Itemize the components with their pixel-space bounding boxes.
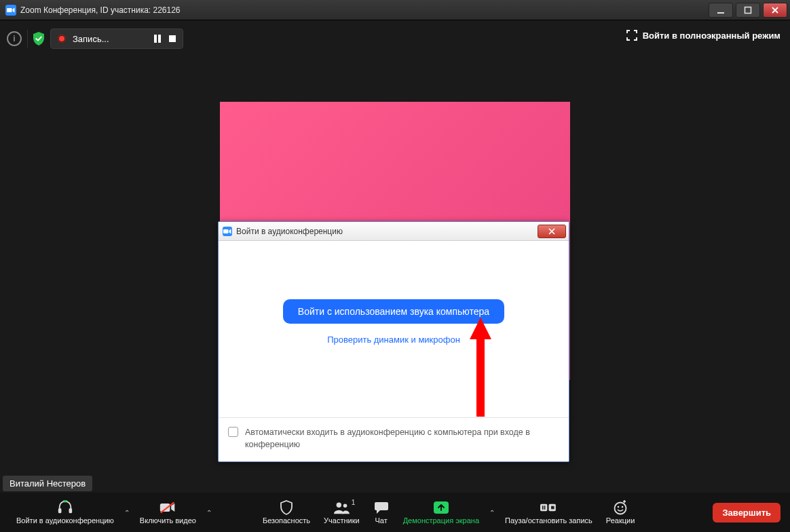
reactions-icon: [612, 500, 628, 515]
svg-rect-1: [717, 12, 724, 14]
minimize-button[interactable]: [709, 3, 733, 18]
fullscreen-icon: [626, 30, 637, 41]
audio-menu-caret[interactable]: ⌃: [121, 499, 133, 526]
svg-rect-15: [551, 506, 554, 510]
svg-rect-3: [223, 229, 229, 233]
close-icon: [548, 228, 556, 235]
video-off-icon: [159, 500, 176, 515]
participants-button[interactable]: 1 Участники: [317, 499, 366, 526]
svg-rect-4: [58, 508, 62, 513]
share-menu-caret[interactable]: ⌃: [486, 499, 498, 526]
window-titlebar: Zoom Конференция, ID участника: 226126: [0, 0, 790, 20]
join-audio-label: Войти в аудиоконференцию: [16, 516, 114, 525]
encryption-shield-icon[interactable]: [27, 30, 45, 48]
auto-join-audio-checkbox[interactable]: [228, 427, 238, 437]
recording-dot-icon: [58, 35, 66, 43]
security-label: Безопасность: [263, 516, 310, 525]
enter-fullscreen-button[interactable]: Войти в полноэкранный режим: [626, 30, 780, 41]
svg-point-8: [337, 503, 341, 508]
close-icon: [771, 6, 779, 14]
end-meeting-button[interactable]: Завершить: [713, 503, 780, 522]
recording-pause-button[interactable]: [154, 35, 162, 43]
chat-icon: [373, 500, 390, 515]
svg-point-9: [343, 504, 347, 508]
window-title: Zoom Конференция, ID участника: 226126: [20, 5, 181, 15]
share-screen-label: Демонстрация экрана: [403, 516, 479, 525]
shield-icon: [278, 500, 295, 515]
svg-point-18: [622, 506, 624, 508]
dialog-close-button[interactable]: [538, 225, 566, 238]
recording-stop-button[interactable]: [169, 35, 176, 42]
pause-stop-record-button[interactable]: Пауза/остановить запись: [498, 499, 599, 526]
svg-point-17: [618, 506, 620, 508]
dialog-body: Войти с использованием звука компьютера …: [219, 241, 569, 417]
svg-point-16: [615, 503, 626, 514]
pause-stop-record-label: Пауза/остановить запись: [505, 516, 592, 525]
dialog-title: Войти в аудиоконференцию: [236, 227, 343, 236]
video-menu-caret[interactable]: ⌃: [203, 499, 215, 526]
zoom-logo-icon: [5, 5, 16, 16]
dialog-titlebar: Войти в аудиоконференцию: [219, 222, 569, 241]
maximize-button[interactable]: [736, 3, 760, 18]
recording-label: Запись...: [73, 34, 109, 44]
share-screen-button[interactable]: Демонстрация экрана: [396, 499, 486, 526]
security-button[interactable]: Безопасность: [256, 499, 317, 526]
reactions-label: Реакции: [606, 516, 635, 525]
reactions-button[interactable]: Реакции: [599, 499, 642, 526]
headphones-icon: [57, 500, 73, 515]
meeting-info-button[interactable]: i: [7, 31, 22, 46]
join-audio-button[interactable]: Войти в аудиоконференцию: [10, 499, 121, 526]
meeting-controls-bar: Войти в аудиоконференцию ⌃ Включить виде…: [0, 493, 790, 532]
svg-rect-12: [542, 506, 544, 510]
share-screen-icon: [433, 500, 449, 515]
test-speaker-mic-link[interactable]: Проверить динамик и микрофон: [327, 335, 460, 345]
zoom-logo-icon: [223, 227, 232, 236]
maximize-icon: [744, 6, 752, 14]
participants-icon: 1: [333, 500, 350, 515]
dialog-footer: Автоматически входить в аудиоконференцию…: [219, 417, 569, 461]
participant-name-tag: Виталий Нестеров: [3, 476, 92, 491]
app-body: i Запись... Войти в полноэкранный режим …: [0, 20, 790, 532]
start-video-label: Включить видео: [140, 516, 196, 525]
minimize-icon: [717, 6, 725, 14]
recording-panel: Запись...: [50, 28, 183, 49]
chat-label: Чат: [375, 516, 388, 525]
svg-rect-5: [69, 508, 72, 513]
svg-rect-11: [540, 504, 547, 511]
join-audio-dialog: Войти в аудиоконференцию Войти с использ…: [218, 221, 569, 462]
chat-button[interactable]: Чат: [366, 499, 396, 526]
fullscreen-label: Войти в полноэкранный режим: [643, 31, 780, 41]
svg-rect-0: [7, 8, 12, 12]
window-close-button[interactable]: [763, 3, 787, 18]
pause-stop-icon: [540, 500, 557, 515]
participants-label: Участники: [324, 516, 360, 525]
meeting-toolbar: i Запись...: [7, 28, 183, 49]
auto-join-audio-label: Автоматически входить в аудиоконференцию…: [245, 426, 559, 451]
start-video-button[interactable]: Включить видео: [133, 499, 203, 526]
svg-rect-13: [544, 506, 546, 510]
participants-count: 1: [352, 499, 356, 506]
join-computer-audio-button[interactable]: Войти с использованием звука компьютера: [283, 299, 504, 324]
svg-rect-2: [745, 7, 751, 13]
